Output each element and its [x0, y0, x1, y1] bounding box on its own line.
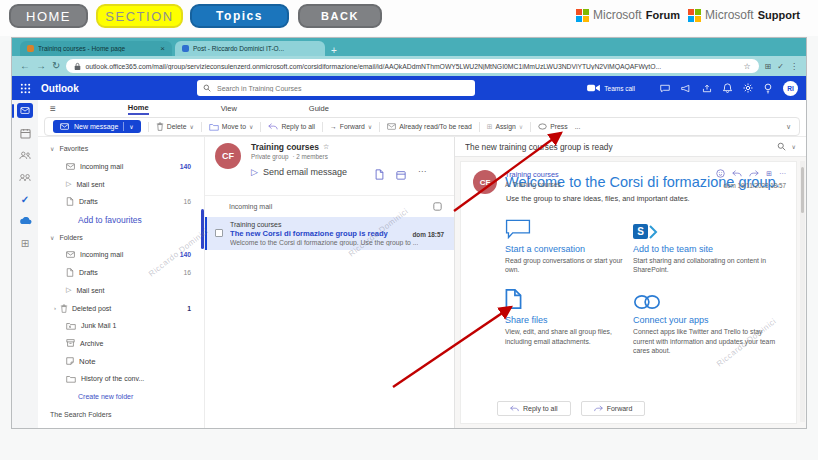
- groups-app-icon[interactable]: [17, 170, 33, 184]
- folder-item-incoming-mail[interactable]: Incoming mail 140: [38, 158, 204, 176]
- browser-tab-training-courses[interactable]: Training courses - Home page ×: [20, 41, 172, 56]
- email-from[interactable]: Training courses: [505, 170, 559, 179]
- select-messages-icon[interactable]: [433, 202, 442, 211]
- onedrive-app-icon[interactable]: [17, 214, 33, 228]
- feature-add-team-site[interactable]: S Add to the team site Start sharing and…: [633, 217, 785, 274]
- microsoft-forum-logo[interactable]: Microsoft Forum: [576, 6, 680, 24]
- calendar-app-icon[interactable]: [17, 126, 33, 140]
- more-commands-button[interactable]: ...: [575, 123, 581, 130]
- more-options-icon[interactable]: ⋯: [418, 167, 426, 176]
- gear-icon[interactable]: [743, 83, 753, 93]
- browser-menu-icon[interactable]: ⋮: [790, 62, 798, 71]
- todo-app-icon[interactable]: ✓: [17, 192, 33, 206]
- extensions-icon[interactable]: ⊞: [765, 62, 772, 71]
- chevron-down-icon[interactable]: ∨: [519, 123, 523, 130]
- app-launcher-waffle-icon[interactable]: [20, 83, 31, 94]
- forward-button[interactable]: → Forward ∨: [330, 123, 372, 130]
- topics-button[interactable]: Topics: [190, 4, 289, 28]
- people-app-icon[interactable]: [17, 148, 33, 162]
- more-apps-icon[interactable]: ⊞: [17, 236, 33, 250]
- browser-refresh-icon[interactable]: ↻: [52, 61, 60, 71]
- create-new-folder-link[interactable]: Create new folder: [38, 388, 204, 406]
- search-folders-item[interactable]: The Search Folders: [38, 405, 204, 423]
- folder-item-deleted-post[interactable]: › Deleted post 1: [38, 299, 204, 317]
- tab-view[interactable]: View: [221, 104, 237, 113]
- url-field[interactable]: outlook.office365.com/mail/group/servizi…: [66, 59, 758, 73]
- press-button[interactable]: Press: [538, 123, 567, 130]
- folders-section[interactable]: ∨ Folders: [38, 228, 204, 246]
- group-name[interactable]: Training courses: [251, 142, 319, 152]
- folder-item-mail-sent[interactable]: ▷ Mail sent: [38, 175, 204, 193]
- browser-tab-post[interactable]: Post - Riccardo Dominici IT-O...: [175, 41, 325, 56]
- folder-item-history[interactable]: History of the conv...: [38, 370, 204, 388]
- reading-pane-scrollbar[interactable]: [800, 161, 805, 422]
- side-panel-icon[interactable]: ✓: [777, 62, 784, 71]
- add-to-favourites-link[interactable]: Add to favourites: [38, 211, 204, 229]
- browser-forward-icon[interactable]: →: [36, 61, 46, 71]
- toolbar-collapse-icon[interactable]: ∨: [786, 123, 791, 131]
- folder-item-junk-mail[interactable]: Junk Mail 1: [38, 317, 204, 335]
- star-icon[interactable]: ☆: [323, 143, 329, 151]
- chevron-down-icon[interactable]: ∨: [368, 123, 372, 130]
- more-actions-icon[interactable]: ⋯: [779, 170, 786, 178]
- chat-icon[interactable]: [660, 84, 670, 93]
- hamburger-icon[interactable]: ≡: [50, 103, 56, 114]
- bookmark-star-icon[interactable]: ☆: [743, 62, 750, 71]
- favorites-section[interactable]: ∨ Favorites: [38, 140, 204, 158]
- read-unread-button[interactable]: Already read/To be read: [387, 123, 472, 130]
- feature-share-files[interactable]: Share files View, edit, and share all gr…: [505, 288, 627, 355]
- calendar-icon[interactable]: [396, 170, 406, 180]
- search-box[interactable]: [197, 80, 475, 96]
- forward-icon[interactable]: [749, 170, 759, 177]
- feature-title[interactable]: Share files: [505, 315, 627, 325]
- close-tab-icon[interactable]: ×: [160, 44, 165, 53]
- reply-to-all-footer-button[interactable]: Reply to all: [497, 401, 571, 416]
- chevron-down-icon[interactable]: ∨: [792, 143, 796, 150]
- lightbulb-icon[interactable]: [764, 83, 772, 94]
- folder-item-mail-sent-2[interactable]: ▷ Mail sent: [38, 282, 204, 300]
- message-checkbox[interactable]: [215, 229, 223, 237]
- new-tab-icon[interactable]: +: [331, 45, 337, 56]
- zoom-icon[interactable]: [777, 142, 786, 151]
- chevron-down-icon[interactable]: ∨: [189, 123, 193, 130]
- mail-app-icon[interactable]: [17, 103, 33, 118]
- search-input[interactable]: [215, 84, 469, 93]
- share-icon[interactable]: [702, 84, 712, 93]
- folder-item-note[interactable]: Note: [38, 352, 204, 370]
- folder-item-drafts-2[interactable]: Drafts 16: [38, 264, 204, 282]
- feature-title[interactable]: Start a conversation: [505, 244, 627, 254]
- megaphone-icon[interactable]: [681, 84, 691, 93]
- folder-item-drafts[interactable]: Drafts 16: [38, 193, 204, 211]
- chevron-right-icon[interactable]: ›: [54, 305, 56, 311]
- browser-back-icon[interactable]: ←: [20, 61, 30, 71]
- group-avatar[interactable]: CF: [215, 143, 241, 169]
- tab-guide[interactable]: Guide: [309, 104, 329, 113]
- folder-item-archive[interactable]: Archive: [38, 335, 204, 353]
- scrollbar-thumb[interactable]: [801, 167, 804, 213]
- feature-connect-apps[interactable]: Connect your apps Connect apps like Twit…: [633, 288, 785, 355]
- send-email-message-button[interactable]: ▷ Send email message: [251, 167, 347, 177]
- forward-footer-button[interactable]: Forward: [581, 401, 646, 416]
- bell-icon[interactable]: [723, 83, 732, 93]
- sender-avatar[interactable]: CF: [473, 170, 497, 194]
- file-icon[interactable]: [375, 169, 384, 180]
- microsoft-support-logo[interactable]: Microsoft Support: [688, 6, 800, 24]
- tab-home[interactable]: Home: [128, 103, 149, 115]
- teams-call-button[interactable]: Teams call: [587, 84, 635, 92]
- feature-start-conversation[interactable]: Start a conversation Read group conversa…: [505, 217, 627, 274]
- message-list-item[interactable]: Training courses The new Corsi di formaz…: [205, 217, 454, 250]
- section-button[interactable]: SECTION: [96, 4, 183, 28]
- back-button[interactable]: BACK: [298, 4, 382, 28]
- home-button[interactable]: HOME: [9, 4, 88, 28]
- chevron-down-icon[interactable]: ∨: [129, 123, 133, 130]
- new-message-button[interactable]: New message ∨: [53, 120, 141, 133]
- assign-button[interactable]: ⊞ Assign ∨: [487, 123, 524, 131]
- move-to-button[interactable]: Move to ∨: [209, 123, 254, 131]
- chevron-down-icon[interactable]: ∨: [249, 123, 253, 130]
- delete-button[interactable]: Delete ∨: [156, 122, 194, 131]
- reply-to-all-button[interactable]: Reply to all: [268, 123, 315, 130]
- emoji-reaction-icon[interactable]: [716, 169, 725, 178]
- feature-title[interactable]: Add to the team site: [633, 244, 785, 254]
- reply-icon[interactable]: [732, 170, 742, 177]
- apps-icon[interactable]: ⊞: [766, 170, 772, 178]
